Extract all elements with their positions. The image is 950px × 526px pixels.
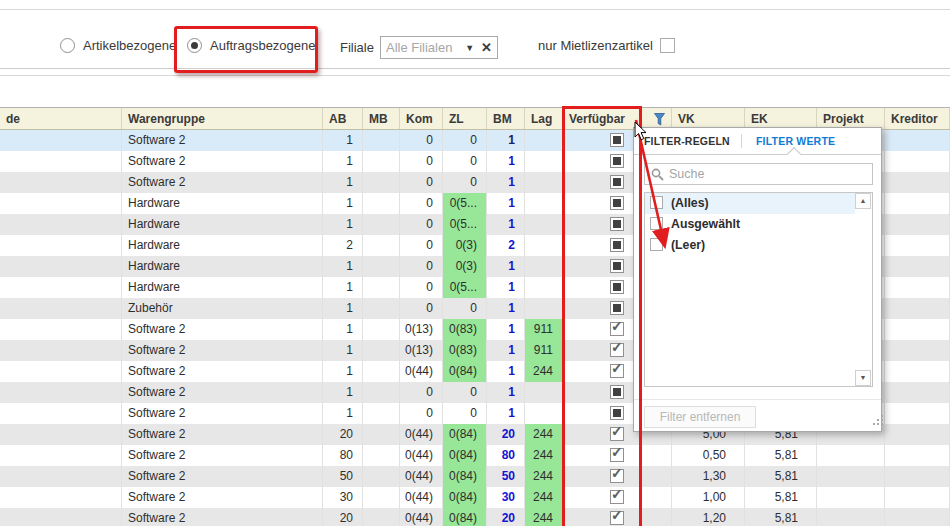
verfuegbar-checkbox-indeterminate[interactable] [610,175,624,189]
verfuegbar-checkbox-indeterminate[interactable] [610,238,624,252]
cell-chk: ✓ [563,487,672,508]
radio-auftragsbezogene-label: Auftragsbezogene [210,38,316,53]
cell-bm: 80 [487,445,525,466]
cell-de [0,445,122,466]
column-header-zl[interactable]: ZL [443,108,487,129]
cell-ek: 5,81 [745,445,817,466]
column-header-chk[interactable]: Verfügbar [563,108,672,129]
scrollbar[interactable]: ▲ ▼ [855,193,872,386]
verfuegbar-checkbox-indeterminate[interactable] [610,259,624,273]
column-header-projekt[interactable]: Projekt [817,108,885,129]
verfuegbar-checkbox-indeterminate[interactable] [610,154,624,168]
cell-ab: 1 [323,277,363,298]
column-header-de[interactable]: de [0,108,122,129]
cell-lag: 244 [525,361,563,382]
cell-wg: Software 2 [122,424,323,445]
tab-filter-regeln[interactable]: FILTER-REGELN [644,135,730,147]
cell-ek: 5,81 [745,487,817,508]
verfuegbar-checkbox-indeterminate[interactable] [610,301,624,315]
mietlizenz-checkbox[interactable] [660,38,675,53]
verfuegbar-checkbox-checked[interactable]: ✓ [610,427,624,441]
cell-zl: 0(83) [443,340,487,361]
column-header-lag[interactable]: Lag [525,108,563,129]
column-header-ek[interactable]: EK [745,108,817,129]
verfuegbar-checkbox-checked[interactable]: ✓ [610,490,624,504]
filter-funnel-icon[interactable] [654,113,665,126]
clear-filiale-icon[interactable]: ✕ [481,40,492,55]
filter-dropdown-panel: FILTER-REGELN FILTER WERTE Suche (Alles)… [633,127,882,432]
cell-de [0,508,122,526]
verfuegbar-checkbox-indeterminate[interactable] [610,385,624,399]
cell-ab: 1 [323,151,363,172]
cell-kom: 0(13) [400,340,443,361]
radio-auftragsbezogene[interactable]: Auftragsbezogene [187,38,316,53]
filter-value-item[interactable]: Ausgewählt [645,214,872,235]
cell-mb [363,340,400,361]
cell-bm: 1 [487,319,525,340]
verfuegbar-checkbox-indeterminate[interactable] [610,196,624,210]
cell-wg: Hardware [122,193,323,214]
table-row[interactable]: Software 2300(44)0(84)30244✓1,005,81 [0,487,950,508]
cell-zl: 0(84) [443,445,487,466]
filter-search-input[interactable]: Suche [644,163,873,185]
filter-item-checkbox[interactable] [650,196,663,209]
filter-value-item[interactable]: (Leer) [645,235,872,256]
filiale-select[interactable]: Alle Filialen ▼ ✕ [380,36,498,59]
scroll-down-icon[interactable]: ▼ [855,370,871,386]
column-header-kreditor[interactable]: Kreditor [885,108,950,129]
verfuegbar-checkbox-indeterminate[interactable] [610,406,624,420]
radio-artikelbezogene-label: Artikelbezogene [83,38,176,53]
verfuegbar-checkbox-checked[interactable]: ✓ [610,322,624,336]
tab-filter-werte[interactable]: FILTER WERTE [756,135,835,147]
radio-circle-selected-icon[interactable] [187,38,202,53]
cell-zl: 0(84) [443,466,487,487]
cell-de [0,130,122,151]
cell-de [0,319,122,340]
cell-mb [363,130,400,151]
table-row[interactable]: Software 2800(44)0(84)80244✓0,505,81 [0,445,950,466]
column-header-mb[interactable]: MB [363,108,400,129]
column-header-bm[interactable]: BM [487,108,525,129]
cell-chk: ✓ [563,466,672,487]
verfuegbar-checkbox-indeterminate[interactable] [610,280,624,294]
filter-item-checkbox[interactable] [650,238,663,251]
verfuegbar-checkbox-checked[interactable]: ✓ [610,469,624,483]
radio-circle-icon[interactable] [60,38,75,53]
verfuegbar-checkbox-checked[interactable]: ✓ [610,364,624,378]
column-header-wg[interactable]: Warengruppe [122,108,323,129]
table-row[interactable]: Software 2500(44)0(84)50244✓1,305,81 [0,466,950,487]
cell-de [0,298,122,319]
filter-entfernen-button[interactable]: Filter entfernen [644,406,756,428]
cell-ab: 1 [323,319,363,340]
scroll-up-icon[interactable]: ▲ [855,193,871,209]
cell-lag [525,172,563,193]
verfuegbar-checkbox-checked[interactable]: ✓ [610,448,624,462]
cell-bm: 1 [487,193,525,214]
cell-ab: 2 [323,235,363,256]
cell-kom: 0 [400,214,443,235]
cell-kom: 0 [400,256,443,277]
verfuegbar-checkbox-indeterminate[interactable] [610,133,624,147]
verfuegbar-checkbox-indeterminate[interactable] [610,217,624,231]
chevron-down-icon[interactable]: ▼ [465,43,474,53]
radio-artikelbezogene[interactable]: Artikelbezogene [60,38,176,53]
cell-chk: ✓ [563,445,672,466]
search-placeholder: Suche [669,167,704,181]
cell-kreditor [885,361,950,382]
filter-value-item[interactable]: (Alles) [645,193,872,214]
cell-kreditor [885,340,950,361]
cell-wg: Software 2 [122,403,323,424]
cell-kom: 0 [400,382,443,403]
table-row[interactable]: Software 2200(44)0(84)20244✓1,205,81 [0,508,950,526]
cell-ab: 1 [323,130,363,151]
column-header-vk[interactable]: VK [672,108,745,129]
cell-kreditor [885,151,950,172]
verfuegbar-checkbox-checked[interactable]: ✓ [610,511,624,525]
column-header-kom[interactable]: Kom [400,108,443,129]
cell-de [0,151,122,172]
resize-grip[interactable] [873,423,875,425]
filter-item-checkbox[interactable] [650,217,663,230]
column-header-ab[interactable]: AB [323,108,363,129]
verfuegbar-checkbox-checked[interactable]: ✓ [610,343,624,357]
cell-de [0,466,122,487]
